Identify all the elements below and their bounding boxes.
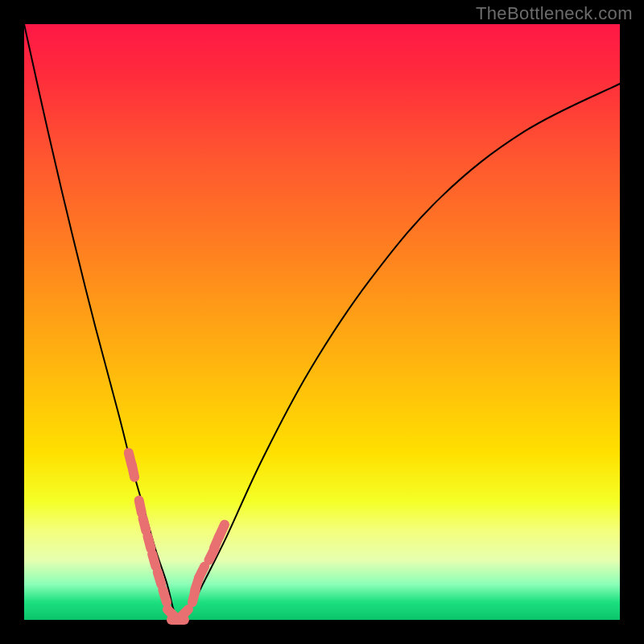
data-point-marker xyxy=(219,525,225,537)
data-point-marker xyxy=(180,609,188,618)
data-point-marker xyxy=(199,567,204,578)
chart-gradient-background xyxy=(24,24,620,620)
data-point-marker xyxy=(158,572,162,584)
bottleneck-chart xyxy=(24,24,620,620)
data-point-marker xyxy=(147,536,151,548)
bottleneck-curve-line xyxy=(24,24,620,620)
data-point-marker xyxy=(163,590,167,602)
data-point-marker xyxy=(152,554,155,566)
data-point-marker xyxy=(132,464,134,477)
data-point-markers xyxy=(129,452,225,620)
watermark-text: TheBottleneck.com xyxy=(476,3,633,24)
data-point-marker xyxy=(139,501,142,514)
data-point-marker xyxy=(143,518,147,531)
